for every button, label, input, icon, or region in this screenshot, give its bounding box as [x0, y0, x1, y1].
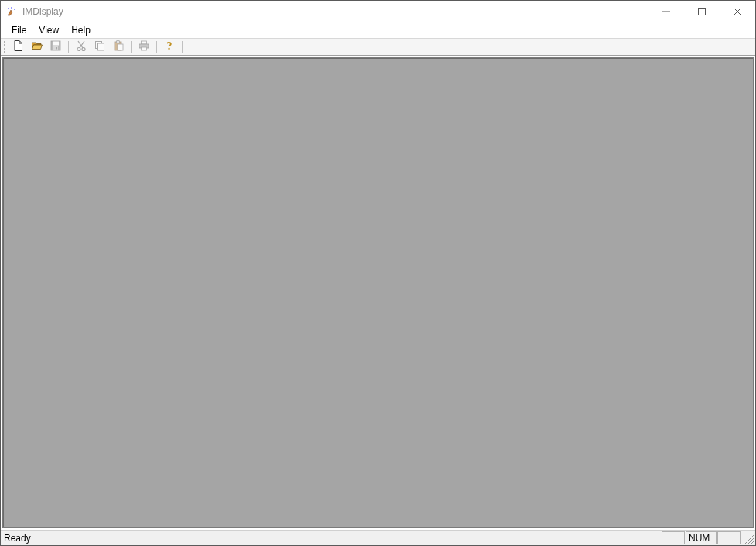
status-cell-scrl — [717, 531, 741, 544]
help-icon: ? — [163, 39, 176, 54]
open-button[interactable] — [29, 39, 46, 55]
title-bar: IMDisplay — [1, 1, 755, 22]
menu-help[interactable]: Help — [65, 23, 97, 37]
client-area — [2, 57, 754, 528]
svg-line-25 — [748, 538, 754, 544]
resize-grip[interactable] — [741, 531, 755, 545]
help-button[interactable]: ? — [161, 39, 178, 55]
close-button[interactable] — [720, 1, 755, 22]
toolbar-separator — [182, 41, 183, 53]
svg-rect-9 — [53, 46, 58, 50]
svg-rect-16 — [98, 43, 104, 50]
toolbar-separator — [156, 41, 157, 53]
window-controls — [648, 1, 755, 22]
cut-icon — [75, 39, 87, 54]
menu-bar: File View Help — [1, 22, 755, 38]
paste-icon — [112, 39, 125, 54]
menu-file[interactable]: File — [5, 23, 32, 37]
paste-button[interactable] — [110, 39, 127, 55]
toolbar: ? — [1, 38, 755, 56]
print-button[interactable] — [135, 39, 152, 55]
svg-rect-20 — [142, 41, 147, 44]
svg-point-1 — [11, 7, 12, 9]
client-border — [1, 56, 755, 530]
svg-point-13 — [77, 48, 80, 51]
svg-point-2 — [14, 9, 15, 10]
cut-button[interactable] — [73, 39, 90, 55]
save-button[interactable] — [47, 39, 64, 55]
window-title: IMDisplay — [22, 6, 63, 17]
svg-line-26 — [751, 541, 754, 544]
svg-point-14 — [82, 48, 85, 51]
save-icon — [50, 39, 62, 54]
new-button[interactable] — [10, 39, 27, 55]
toolbar-grip[interactable] — [4, 40, 7, 54]
svg-text:?: ? — [167, 40, 173, 52]
svg-rect-18 — [117, 41, 120, 43]
svg-rect-22 — [142, 47, 147, 50]
app-icon — [5, 5, 18, 18]
svg-point-0 — [8, 8, 9, 9]
svg-rect-8 — [53, 42, 59, 46]
print-icon — [138, 39, 150, 54]
status-bar: Ready NUM — [1, 530, 755, 545]
status-cell-num: NUM — [686, 531, 717, 544]
toolbar-separator — [131, 41, 132, 53]
status-text: Ready — [1, 533, 662, 544]
app-window: IMDisplay File View Help — [0, 0, 756, 546]
menu-view[interactable]: View — [32, 23, 65, 37]
open-folder-icon — [31, 39, 43, 54]
svg-rect-19 — [118, 44, 123, 50]
svg-rect-4 — [699, 9, 706, 15]
copy-button[interactable] — [91, 39, 108, 55]
toolbar-separator — [68, 41, 69, 53]
svg-rect-10 — [56, 47, 58, 50]
new-file-icon — [12, 39, 25, 54]
status-cell-caps — [662, 531, 685, 544]
maximize-button[interactable] — [684, 1, 720, 22]
copy-icon — [94, 39, 106, 54]
minimize-button[interactable] — [648, 1, 684, 22]
